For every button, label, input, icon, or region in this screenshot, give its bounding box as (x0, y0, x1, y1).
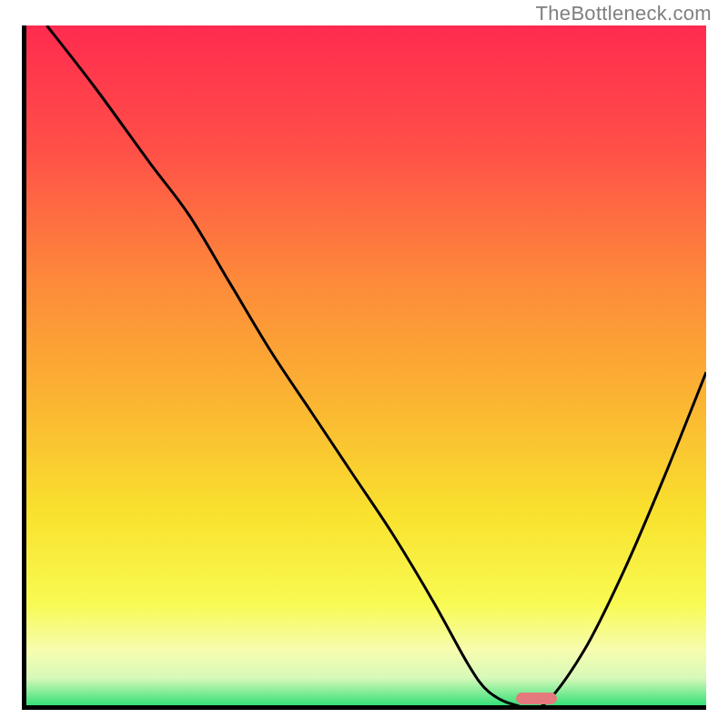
watermark-text: TheBottleneck.com (536, 2, 712, 25)
optimal-marker (516, 693, 557, 704)
chart-container: TheBottleneck.com (0, 0, 728, 728)
bottleneck-curve (26, 25, 706, 705)
plot-area (22, 25, 706, 710)
